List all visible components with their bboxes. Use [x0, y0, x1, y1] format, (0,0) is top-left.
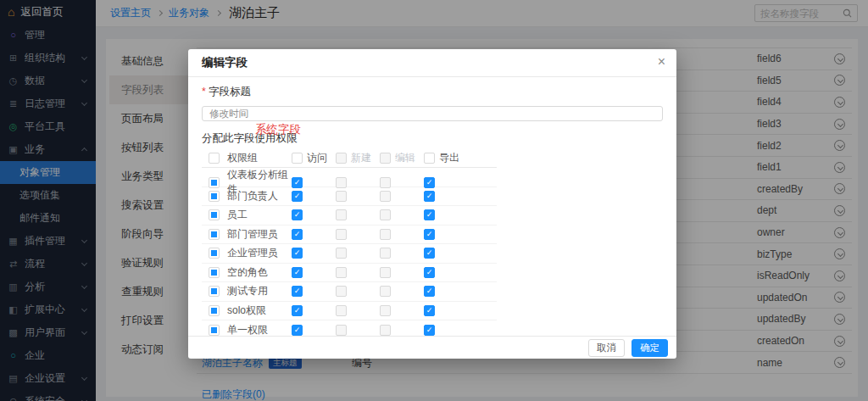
group-checkbox[interactable] — [209, 229, 220, 240]
group-checkbox[interactable] — [209, 177, 220, 188]
visit-header-checkbox[interactable] — [292, 153, 303, 164]
export-checkbox[interactable] — [424, 286, 435, 297]
create-checkbox — [336, 177, 347, 188]
permission-group-label: 部门管理员 — [227, 227, 278, 242]
permission-group-label: 空的角色 — [227, 265, 268, 280]
permission-group-label: 企业管理员 — [227, 246, 278, 260]
group-checkbox[interactable] — [209, 267, 220, 278]
permission-row: 部门管理员 — [202, 226, 497, 245]
export-checkbox[interactable] — [424, 248, 435, 259]
permission-row: 部门负责人 — [202, 187, 497, 207]
edit-checkbox — [380, 267, 391, 278]
edit-checkbox — [380, 209, 391, 220]
visit-column-label: 访问 — [307, 151, 327, 165]
export-checkbox[interactable] — [424, 229, 435, 240]
cancel-button[interactable]: 取消 — [588, 339, 625, 357]
permission-group-label: solo权限 — [227, 304, 266, 318]
export-checkbox[interactable] — [424, 209, 435, 220]
edit-checkbox — [380, 177, 391, 188]
edit-checkbox — [380, 229, 391, 240]
permission-row: 空的角色 — [202, 264, 497, 283]
edit-checkbox — [380, 191, 391, 202]
permission-group-label: 部门负责人 — [227, 189, 278, 203]
edit-checkbox — [380, 286, 391, 297]
group-checkbox[interactable] — [209, 286, 220, 297]
group-checkbox[interactable] — [209, 248, 220, 259]
permission-row: 仪表板分析组件 — [202, 168, 497, 187]
edit-checkbox — [380, 325, 391, 336]
create-checkbox — [336, 325, 347, 336]
permission-row: solo权限 — [202, 302, 497, 321]
group-checkbox[interactable] — [209, 191, 220, 202]
visit-checkbox[interactable] — [292, 191, 303, 202]
create-checkbox — [336, 305, 347, 316]
visit-column: 访问 — [292, 151, 327, 165]
create-header-checkbox — [336, 153, 347, 164]
modal-title: 编辑字段 — [202, 55, 248, 70]
create-checkbox — [336, 248, 347, 259]
close-icon[interactable]: × — [658, 55, 665, 69]
visit-checkbox[interactable] — [292, 286, 303, 297]
system-field-annotation: 系统字段 — [255, 122, 301, 137]
export-checkbox[interactable] — [424, 191, 435, 202]
create-checkbox — [336, 209, 347, 220]
export-checkbox[interactable] — [424, 305, 435, 316]
visit-checkbox[interactable] — [292, 209, 303, 220]
visit-checkbox[interactable] — [292, 177, 303, 188]
edit-column-label: 编辑 — [395, 151, 415, 165]
visit-checkbox[interactable] — [292, 305, 303, 316]
export-column-label: 导出 — [439, 151, 459, 165]
permission-row: 测试专用 — [202, 282, 497, 302]
edit-checkbox — [380, 248, 391, 259]
create-checkbox — [336, 267, 347, 278]
export-column: 导出 — [424, 151, 459, 165]
app-window: ⌂ 返回首页 ○ 管理 ⊞ 组织结构 ◷ 数据 ≣ 日志管理 ◎ 平台工具 ▣ … — [0, 0, 868, 401]
modal-header: 编辑字段 — [188, 49, 676, 77]
export-header-checkbox[interactable] — [424, 153, 435, 164]
modal-footer: 取消 确定 — [188, 336, 676, 359]
group-checkbox[interactable] — [209, 325, 220, 336]
visit-checkbox[interactable] — [292, 325, 303, 336]
modal-body: *字段标题 系统字段 分配此字段使用权限 权限组 访问 新建 — [188, 85, 676, 340]
create-checkbox — [336, 286, 347, 297]
edit-checkbox — [380, 305, 391, 316]
edit-header-checkbox — [380, 153, 391, 164]
visit-checkbox[interactable] — [292, 229, 303, 240]
group-column-label: 权限组 — [227, 151, 258, 165]
visit-checkbox[interactable] — [292, 267, 303, 278]
group-header-checkbox[interactable] — [209, 153, 220, 164]
create-checkbox — [336, 191, 347, 202]
field-title-input[interactable] — [202, 106, 663, 121]
permission-table: 权限组 访问 新建 编辑 导出 — [202, 149, 497, 340]
export-checkbox[interactable] — [424, 177, 435, 188]
edit-field-modal: 编辑字段 × *字段标题 系统字段 分配此字段使用权限 权限组 访问 — [188, 49, 676, 359]
export-checkbox[interactable] — [424, 267, 435, 278]
permission-row: 员工 — [202, 206, 497, 226]
permission-table-header: 权限组 访问 新建 编辑 导出 — [202, 149, 497, 168]
permission-group-label: 测试专用 — [227, 284, 268, 298]
create-checkbox — [336, 229, 347, 240]
group-checkbox[interactable] — [209, 209, 220, 220]
permission-group-label: 员工 — [227, 208, 248, 222]
create-column-label: 新建 — [351, 151, 371, 165]
permission-rows: 仪表板分析组件 部门负责人 — [202, 168, 497, 340]
group-checkbox[interactable] — [209, 305, 220, 316]
export-checkbox[interactable] — [424, 325, 435, 336]
visit-checkbox[interactable] — [292, 248, 303, 259]
confirm-button[interactable]: 确定 — [632, 339, 668, 357]
permission-row: 企业管理员 — [202, 244, 497, 264]
field-title-label: *字段标题 — [202, 85, 663, 99]
create-column: 新建 — [336, 151, 371, 165]
required-asterisk: * — [202, 86, 206, 97]
edit-column: 编辑 — [380, 151, 415, 165]
